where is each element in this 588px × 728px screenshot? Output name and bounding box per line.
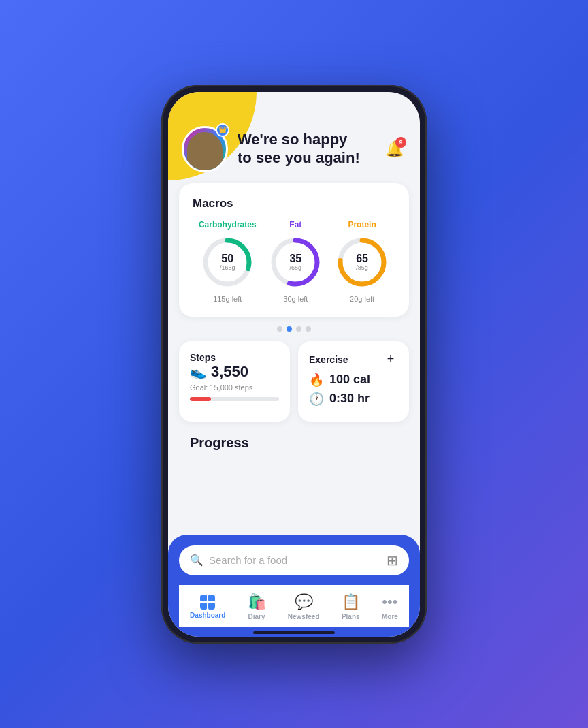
shoe-icon: 👟 — [190, 364, 207, 380]
protein-left: 20g left — [350, 295, 374, 303]
header: 👑 We're so happy to see you again! 🔔 9 — [168, 92, 420, 183]
carbs-left: 115g left — [213, 295, 242, 303]
stats-row: Steps 👟 3,550 Goal: 15,000 steps — [179, 341, 409, 422]
calories-value: 100 cal — [329, 373, 370, 387]
protein-item: Protein 65 /85g — [335, 220, 389, 303]
protein-center: 65 /85g — [356, 253, 368, 271]
carbs-value: 50 — [220, 253, 235, 264]
carbs-ring: 50 /165g — [200, 235, 255, 289]
fire-icon: 🔥 — [309, 373, 324, 387]
clock-icon: 🕐 — [309, 392, 324, 407]
duration-row: 🕐 0:30 hr — [309, 392, 398, 407]
nav-more-label: More — [382, 613, 398, 620]
steps-progress-bar — [190, 397, 279, 401]
steps-card: Steps 👟 3,550 Goal: 15,000 steps — [179, 341, 290, 422]
steps-title: Steps — [190, 352, 279, 363]
avatar-crown: 👑 — [216, 123, 229, 137]
steps-progress-fill — [190, 397, 211, 401]
exercise-add-button[interactable]: + — [383, 352, 398, 367]
steps-value-row: 👟 3,550 — [190, 363, 279, 381]
macros-grid: Carbohydrates 50 /165g — [193, 220, 395, 303]
greeting-text: We're so happy to see you again! — [228, 131, 382, 167]
nav-newsfeed[interactable]: 💬 Newsfeed — [280, 590, 328, 623]
carbs-total: /165g — [220, 264, 235, 271]
nav-plans-label: Plans — [342, 613, 360, 620]
dot-2[interactable] — [287, 326, 292, 332]
fat-left: 30g left — [283, 295, 308, 303]
search-placeholder: Search for a food — [209, 554, 381, 566]
page-dots — [179, 326, 409, 332]
search-icon: 🔍 — [190, 554, 203, 567]
steps-value: 3,550 — [211, 363, 248, 381]
protein-label: Protein — [348, 220, 376, 230]
progress-title: Progress — [190, 435, 398, 451]
nav-diary-label: Diary — [248, 613, 265, 620]
more-icon: ••• — [382, 593, 397, 611]
nav-newsfeed-label: Newsfeed — [288, 613, 320, 620]
fat-total: /65g — [289, 264, 301, 271]
macros-title: Macros — [193, 197, 395, 210]
phone-frame: 👑 We're so happy to see you again! 🔔 9 M… — [161, 85, 427, 644]
notification-badge: 9 — [395, 137, 406, 148]
fat-center: 35 /65g — [289, 253, 301, 271]
dot-3[interactable] — [296, 326, 301, 332]
plans-icon: 📋 — [342, 593, 360, 611]
scan-icon[interactable]: ⊞ — [387, 552, 398, 569]
dot-1[interactable] — [277, 326, 282, 332]
nav-dashboard[interactable]: Dashboard — [182, 592, 233, 622]
fat-value: 35 — [289, 253, 301, 264]
fat-label: Fat — [289, 220, 301, 230]
macros-card: Macros Carbohydrates 50 — [179, 183, 409, 317]
avatar-person — [187, 132, 223, 170]
content-area: 👑 We're so happy to see you again! 🔔 9 M… — [168, 92, 420, 535]
phone-screen: 👑 We're so happy to see you again! 🔔 9 M… — [168, 92, 420, 637]
fat-item: Fat 35 /65g 30 — [268, 220, 323, 303]
avatar-container[interactable]: 👑 — [182, 126, 228, 172]
duration-value: 0:30 hr — [329, 392, 370, 406]
exercise-card: Exercise + 🔥 100 cal 🕐 0:30 hr — [298, 341, 409, 422]
bottom-nav: Dashboard 🛍️ Diary 💬 Newsfeed 📋 Plans ••… — [179, 585, 409, 627]
nav-diary[interactable]: 🛍️ Diary — [240, 590, 274, 623]
dot-4[interactable] — [306, 326, 311, 332]
nav-more[interactable]: ••• More — [374, 590, 406, 623]
carbs-center: 50 /165g — [220, 253, 235, 271]
cards-section: Macros Carbohydrates 50 — [168, 183, 420, 451]
fat-ring: 35 /65g — [268, 235, 323, 289]
nav-plans[interactable]: 📋 Plans — [333, 590, 368, 623]
progress-section: Progress — [179, 435, 409, 451]
search-bar[interactable]: 🔍 Search for a food ⊞ — [179, 545, 409, 575]
diary-icon: 🛍️ — [248, 593, 266, 611]
newsfeed-icon: 💬 — [295, 593, 313, 611]
exercise-title: Exercise — [309, 354, 348, 365]
nav-dashboard-label: Dashboard — [190, 612, 225, 619]
home-indicator — [253, 631, 335, 634]
dashboard-icon — [200, 595, 215, 610]
carbs-item: Carbohydrates 50 /165g — [199, 220, 257, 303]
bottom-overlay: 🔍 Search for a food ⊞ Dashboard 🛍️ — [168, 535, 420, 637]
notification-button[interactable]: 🔔 9 — [382, 137, 406, 161]
protein-ring: 65 /85g — [335, 235, 389, 289]
calories-row: 🔥 100 cal — [309, 373, 398, 387]
steps-goal: Goal: 15,000 steps — [190, 383, 279, 392]
protein-value: 65 — [356, 253, 368, 264]
carbs-label: Carbohydrates — [199, 220, 257, 230]
exercise-header: Exercise + — [309, 352, 398, 367]
protein-total: /85g — [356, 264, 368, 271]
